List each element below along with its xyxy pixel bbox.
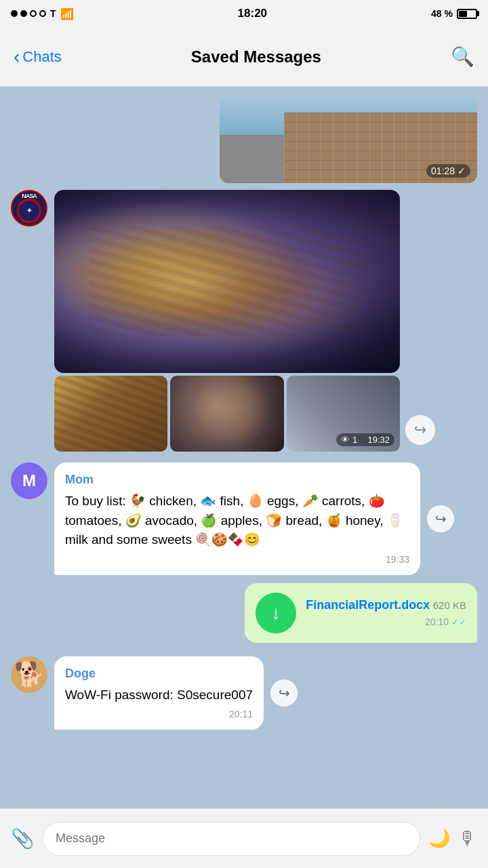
read-checkmarks: ✓✓ [451,617,466,627]
chevron-left-icon: ‹ [14,47,20,66]
mom-sender-label: Mom [65,471,409,489]
dot2 [20,10,27,17]
jupiter-message-group: NASA ✦ [0,190,488,452]
download-icon[interactable]: ↓ [256,593,296,633]
status-time: 18:20 [238,7,267,20]
mom-message-text: To buy list: 🐓 chicken, 🐟 fish, 🥚 eggs, … [65,492,409,550]
thumbnail-row: 👁 1 19:32 ↪ [54,376,400,452]
nasa-avatar: NASA ✦ [11,190,47,226]
attach-button[interactable]: 📎 [11,827,35,850]
dot4 [39,10,46,17]
message-input[interactable] [43,822,420,856]
battery-percent: 48 % [431,8,453,19]
thumbnail-1[interactable] [54,376,167,452]
doge-bubble: Doge WoW-Fi password: S0secure007 20:11 [54,656,264,730]
search-button[interactable]: 🔍 [451,45,474,68]
view-count-badge: 👁 1 19:32 [336,433,394,446]
thumbnail-2[interactable] [170,376,283,452]
jupiter-bands [89,226,365,336]
jupiter-main-image[interactable] [54,190,400,373]
mom-bubble: Mom To buy list: 🐓 chicken, 🐟 fish, 🥚 eg… [54,462,420,575]
status-left: T 📶 [11,7,74,20]
dot1 [11,10,18,17]
status-bar: T 📶 18:20 48 % [0,0,488,27]
mom-message: M Mom To buy list: 🐓 chicken, 🐟 fish, 🥚 … [0,458,488,579]
file-bubble: ↓ FinancialReport.docx 620 KB 20:10 ✓✓ [245,583,477,643]
back-button[interactable]: ‹ Chats [14,47,62,66]
back-label: Chats [22,48,61,66]
forward-button-mom[interactable]: ↪ [427,505,454,532]
input-spacer [0,734,488,793]
financial-report-message: ↓ FinancialReport.docx 620 KB 20:10 ✓✓ [0,579,488,647]
carrier-label: T [50,8,56,19]
nav-bar: ‹ Chats Saved Messages 🔍 [0,27,488,87]
battery-tip [477,11,479,16]
doge-emoji: 🐕 [14,663,45,687]
mic-button[interactable]: 🎙 [458,827,477,850]
file-timestamp: 20:10 ✓✓ [306,616,466,627]
building-image[interactable]: 01:28 ✓ [220,95,477,183]
page-title: Saved Messages [191,47,321,66]
file-size: 620 KB [433,599,466,611]
forward-button-doge[interactable]: ↪ [270,679,298,707]
file-name: FinancialReport.docx [306,598,430,612]
battery-bar [457,9,477,19]
mom-timestamp: 19:33 [65,553,409,567]
image-timestamp: 01:28 ✓ [426,164,470,178]
mom-avatar: M [11,462,47,499]
battery-fill [459,11,467,17]
doge-sender-label: Doge [65,665,253,683]
emoji-button[interactable]: 🌙 [428,828,450,849]
dot3 [30,10,37,17]
signal-dots [11,10,46,17]
doge-message-text: WoW-Fi password: S0secure007 [65,686,253,705]
status-right: 48 % [431,8,477,19]
forward-button-images[interactable]: ↪ [405,415,435,445]
jupiter-avatar-row: NASA ✦ [11,190,488,452]
wifi-icon: 📶 [60,7,74,20]
input-bar: 📎 🌙 🎙 [0,808,488,868]
building-image-message: 01:28 ✓ [0,95,488,183]
doge-timestamp: 20:11 [65,707,253,722]
doge-avatar: 🐕 [11,656,47,693]
thumbnail-3[interactable]: 👁 1 19:32 [287,376,400,452]
jupiter-images-container: 👁 1 19:32 ↪ [54,190,400,452]
doge-message: 🐕 Doge WoW-Fi password: S0secure007 20:1… [0,652,488,734]
nasa-logo: NASA ✦ [17,193,41,223]
chat-area: 01:28 ✓ NASA ✦ [0,87,488,868]
file-info: FinancialReport.docx 620 KB 20:10 ✓✓ [306,598,466,627]
